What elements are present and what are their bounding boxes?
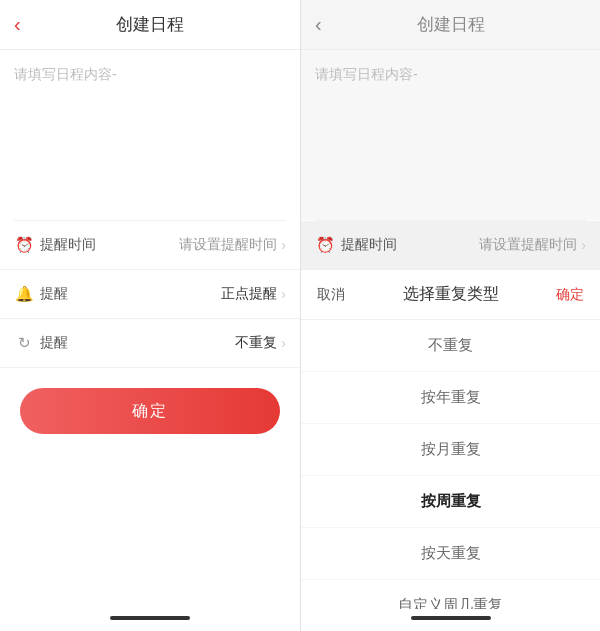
left-home-indicator xyxy=(110,616,190,620)
right-reminder-time-value: 请设置提醒时间 xyxy=(479,236,577,254)
left-repeat-label: 提醒 xyxy=(40,334,235,352)
right-content-placeholder: 请填写日程内容- xyxy=(315,66,418,82)
left-content-area[interactable]: 请填写日程内容- xyxy=(0,50,300,220)
left-setting-reminder[interactable]: 🔔 提醒 正点提醒 › xyxy=(0,270,300,319)
left-setting-reminder-time[interactable]: ⏰ 提醒时间 请设置提醒时间 › xyxy=(0,221,300,270)
bell-icon: 🔔 xyxy=(14,284,34,304)
left-reminder-value: 正点提醒 xyxy=(221,285,277,303)
picker-options-list: 不重复按年重复按月重复按周重复按天重复自定义周几重复 xyxy=(301,320,600,631)
right-back-icon[interactable]: ‹ xyxy=(315,13,322,36)
right-panel: ‹ 创建日程 请填写日程内容- ⏰ 提醒时间 请设置提醒时间 › 🔔 提醒 正点… xyxy=(300,0,600,631)
left-confirm-wrap: 确定 xyxy=(0,368,300,454)
picker-cancel-button[interactable]: 取消 xyxy=(317,286,345,304)
right-title: 创建日程 xyxy=(417,13,485,36)
left-title: 创建日程 xyxy=(116,13,184,36)
right-bottom-bar xyxy=(301,609,600,631)
clock-icon: ⏰ xyxy=(14,235,34,255)
repeat-icon: ↻ xyxy=(14,333,34,353)
left-reminder-label: 提醒 xyxy=(40,285,221,303)
left-chevron-0: › xyxy=(281,237,286,253)
picker-option-2[interactable]: 按月重复 xyxy=(301,424,600,476)
left-setting-repeat[interactable]: ↻ 提醒 不重复 › xyxy=(0,319,300,368)
right-clock-icon: ⏰ xyxy=(315,235,335,255)
left-content-placeholder: 请填写日程内容- xyxy=(14,66,117,82)
picker-overlay: 取消 选择重复类型 确定 不重复按年重复按月重复按周重复按天重复自定义周几重复 xyxy=(301,270,600,631)
left-settings: ⏰ 提醒时间 请设置提醒时间 › 🔔 提醒 正点提醒 › ↻ 提醒 不重复 › xyxy=(0,221,300,368)
left-chevron-1: › xyxy=(281,286,286,302)
left-bottom-bar xyxy=(0,609,300,631)
right-home-indicator xyxy=(411,616,491,620)
left-confirm-button[interactable]: 确定 xyxy=(20,388,280,434)
picker-option-0[interactable]: 不重复 xyxy=(301,320,600,372)
left-header: ‹ 创建日程 xyxy=(0,0,300,50)
right-chevron-0: › xyxy=(581,237,586,253)
left-repeat-value: 不重复 xyxy=(235,334,277,352)
picker-option-1[interactable]: 按年重复 xyxy=(301,372,600,424)
picker-option-3[interactable]: 按周重复 xyxy=(301,476,600,528)
left-back-icon[interactable]: ‹ xyxy=(14,13,21,36)
picker-option-4[interactable]: 按天重复 xyxy=(301,528,600,580)
right-reminder-time-label: 提醒时间 xyxy=(341,236,479,254)
right-header: ‹ 创建日程 xyxy=(301,0,600,50)
left-reminder-time-value: 请设置提醒时间 xyxy=(179,236,277,254)
right-content-area: 请填写日程内容- xyxy=(301,50,600,220)
left-chevron-2: › xyxy=(281,335,286,351)
left-reminder-time-label: 提醒时间 xyxy=(40,236,179,254)
picker-confirm-button[interactable]: 确定 xyxy=(556,286,584,304)
picker-title: 选择重复类型 xyxy=(403,284,499,305)
right-setting-reminder-time: ⏰ 提醒时间 请设置提醒时间 › xyxy=(301,221,600,270)
picker-header: 取消 选择重复类型 确定 xyxy=(301,270,600,320)
left-panel: ‹ 创建日程 请填写日程内容- ⏰ 提醒时间 请设置提醒时间 › 🔔 提醒 正点… xyxy=(0,0,300,631)
